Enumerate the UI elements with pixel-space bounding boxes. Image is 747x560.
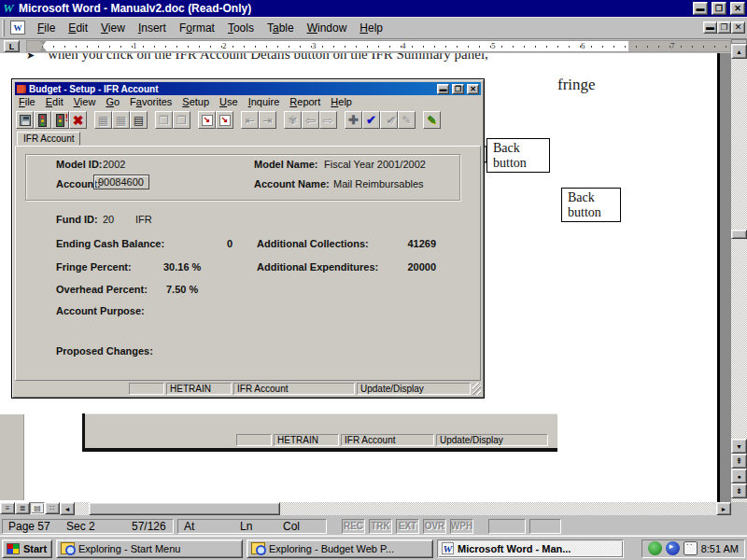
ending-cash-label: Ending Cash Balance: <box>56 238 164 249</box>
vertical-scroll-thumb[interactable] <box>731 230 747 239</box>
word-status-bar: Page 57 Sec 2 57/126 At Ln Col REC TRK E… <box>0 516 747 536</box>
menu-edit[interactable]: Edit <box>62 19 94 37</box>
vertical-scrollbar[interactable]: ▲ ▼ ⇞ ● ⇟ <box>731 39 747 502</box>
toggle-ovr[interactable]: OVR <box>423 519 446 534</box>
menu-view[interactable]: View <box>94 19 132 37</box>
horizontal-scroll-track[interactable] <box>75 502 716 515</box>
account-purpose-label: Account Purpose: <box>56 305 145 316</box>
toggle-trk[interactable]: TRK <box>369 519 392 534</box>
back-button-callout-2[interactable]: Back button <box>561 188 621 222</box>
word-app-icon[interactable]: W <box>2 3 15 15</box>
taskbar-button-microsoft-word[interactable]: W Microsoft Word - Man... <box>437 539 624 558</box>
tray-icon-scheduler[interactable] <box>684 541 698 555</box>
menu-file[interactable]: File <box>31 19 62 37</box>
budget-menu-help: Help <box>331 96 352 107</box>
back-button: ⇦ <box>302 111 319 129</box>
tab-stop-selector[interactable]: L <box>4 40 20 52</box>
account-name-label: Account Name: <box>254 178 330 189</box>
insert-row-icon: ▦ <box>98 115 108 126</box>
window-fragment-screenshot[interactable]: HETRAIN IFR Account Update/Display <box>82 413 557 452</box>
plus-icon: ✚ <box>348 114 359 126</box>
budget-window-title: Budget - Setup - IFR Account <box>29 84 159 94</box>
section-number: Sec 2 <box>66 520 132 533</box>
horizontal-ruler[interactable]: 1 2 3 4 5 6 7 <box>26 40 731 52</box>
budget-title-bar: Budget - Setup - IFR Account ▬ ❐ ✕ <box>15 82 481 95</box>
page-layout-view-button[interactable]: ▤ <box>30 502 45 514</box>
drill-down-icon: ↘ <box>202 115 213 126</box>
normal-view-button[interactable]: ≡ <box>0 502 15 514</box>
horizontal-scroll-thumb[interactable] <box>89 502 280 515</box>
menu-window[interactable]: Window <box>301 19 354 37</box>
traffic-light-run-icon <box>56 114 64 127</box>
save-button <box>16 111 34 129</box>
back-button-callout-1[interactable]: Back button <box>486 138 550 173</box>
line-label: Ln <box>240 520 283 533</box>
doc-restore-button[interactable]: ❐ <box>717 21 731 34</box>
start-label: Start <box>23 543 47 554</box>
ruler-mark-5: 5 <box>491 41 496 50</box>
scroll-left-button[interactable]: ◄ <box>60 502 75 515</box>
document-page[interactable]: ➤when you click on the IFR Account Detai… <box>0 53 731 502</box>
document-icon[interactable]: W <box>10 21 25 35</box>
windows-logo-icon <box>7 543 20 554</box>
fringe-percent-label: Fringe Percent: <box>56 261 132 273</box>
forward-button: ⇨ <box>319 111 337 129</box>
toggle-ext[interactable]: EXT <box>396 519 419 534</box>
toolbar-grip[interactable] <box>2 20 5 36</box>
start-button[interactable]: Start <box>2 539 52 558</box>
doc-minimize-button[interactable]: ▬ <box>703 21 717 34</box>
menu-table[interactable]: Table <box>261 19 301 37</box>
back-arrow-icon: ⇦ <box>305 114 317 127</box>
toggle-wph[interactable]: WPH <box>450 519 473 534</box>
taskbar-button-exploring-budget-web[interactable]: Exploring - Budget Web P... <box>247 539 433 558</box>
online-layout-view-button[interactable]: ≣ <box>15 502 30 514</box>
close-button[interactable]: ✕ <box>730 2 745 15</box>
proposed-changes-label: Proposed Changes: <box>56 345 153 357</box>
copy-panel-icon: ❐ <box>159 115 169 126</box>
budget-menu-use: Use <box>219 96 238 107</box>
budget-status-db: HETRAIN <box>166 383 232 395</box>
browse-object-button[interactable]: ● <box>731 469 747 483</box>
menu-bar: W File Edit View Insert Format Tools Tab… <box>0 17 747 39</box>
insert-row-button: ▦ <box>94 111 112 129</box>
tray-icon-green[interactable] <box>648 541 662 555</box>
toggle-rec[interactable]: REC <box>342 519 365 534</box>
task-label: Microsoft Word - Man... <box>458 543 571 554</box>
tray-icon-blue[interactable] <box>666 541 680 555</box>
scroll-down-button[interactable]: ▼ <box>731 439 747 454</box>
fund-id-label: Fund ID: <box>56 214 98 225</box>
scroll-up-button[interactable]: ▲ <box>731 44 747 59</box>
edit-button: ✎ <box>398 111 416 129</box>
minimize-button[interactable]: ▬ <box>693 2 708 15</box>
status-empty-box-1 <box>488 519 526 534</box>
copy-panel-button: ❐ <box>155 111 173 129</box>
next-page-button[interactable]: ⇟ <box>731 483 747 498</box>
account-name-value: Mail Reimbursables <box>333 178 424 189</box>
outline-view-button[interactable]: ∷ <box>45 502 60 514</box>
budget-menu-favorites: Favorites <box>130 96 172 107</box>
taskbar-button-exploring-start-menu[interactable]: Exploring - Start Menu <box>56 539 243 558</box>
budget-status-bar: HETRAIN IFR Account Update/Display <box>15 381 481 395</box>
scroll-right-button[interactable]: ► <box>716 502 731 515</box>
menu-format[interactable]: Format <box>173 19 221 37</box>
explorer-folder-icon <box>251 542 265 554</box>
restore-button[interactable]: ❐ <box>712 2 726 15</box>
model-id-label: Model ID: <box>56 159 103 170</box>
menu-insert[interactable]: Insert <box>132 19 173 37</box>
doc-close-button[interactable]: ✕ <box>731 21 745 34</box>
pencil-icon: ✎ <box>402 115 411 126</box>
hanging-indent-marker[interactable] <box>39 47 47 51</box>
budget-window-screenshot[interactable]: Budget - Setup - IFR Account ▬ ❐ ✕ File … <box>11 78 485 399</box>
ruler-row: L 1 2 3 4 5 6 7 <box>0 39 747 53</box>
budget-menu-inquire: Inquire <box>248 96 280 107</box>
menu-tools[interactable]: Tools <box>221 19 261 37</box>
list-view-button: ▤ <box>130 111 148 129</box>
overhead-percent-value: 7.50 % <box>166 284 198 295</box>
additional-expenditures-label: Additional Expenditures: <box>257 261 378 273</box>
budget-menu-go: Go <box>106 96 120 107</box>
menu-help[interactable]: Help <box>353 19 389 37</box>
page-position: 57/126 <box>132 520 166 533</box>
ruler-mark-4: 4 <box>402 41 406 50</box>
previous-page-button[interactable]: ⇞ <box>731 454 747 469</box>
first-line-indent-marker[interactable] <box>39 40 47 46</box>
